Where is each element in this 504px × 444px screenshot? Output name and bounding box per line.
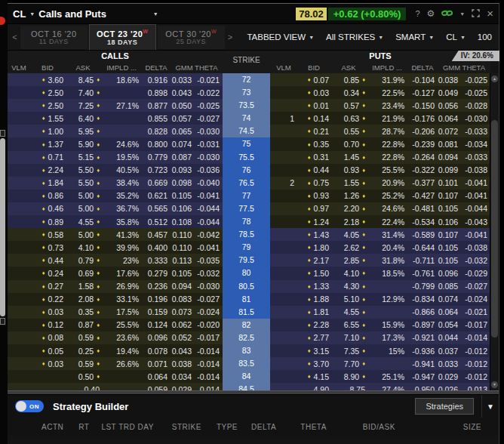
col-header-put-ask[interactable]: ASK bbox=[330, 63, 367, 72]
put-ask-cell[interactable]: 2.85♦ bbox=[330, 256, 367, 265]
put-ask-cell[interactable]: 0.57♦ bbox=[330, 101, 367, 110]
put-ask-cell[interactable]: 1.26♦ bbox=[330, 191, 367, 200]
call-ask-cell[interactable]: 0.59♦ bbox=[65, 359, 101, 368]
put-ask-cell[interactable]: 8.90♦ bbox=[330, 372, 367, 381]
put-bid-cell[interactable]: ♦0.93 bbox=[297, 191, 330, 200]
call-bid-cell[interactable]: ♦0.46 bbox=[30, 204, 65, 213]
col-header-call-gmm-theta[interactable]: GMM THETA bbox=[171, 63, 223, 72]
red-status-dot[interactable] bbox=[0, 17, 5, 25]
call-ask-cell[interactable]: 5.50♦ bbox=[65, 178, 101, 187]
put-ask-cell[interactable]: 0.70♦ bbox=[330, 140, 367, 149]
put-bid-cell[interactable]: ♦1.81 bbox=[297, 307, 330, 316]
put-bid-cell[interactable]: ♦0.03 bbox=[297, 88, 330, 97]
put-bid-cell[interactable]: ♦0.31 bbox=[297, 153, 330, 162]
call-bid-cell[interactable]: ♦0.22 bbox=[30, 294, 65, 304]
put-bid-cell[interactable]: ♦3.70 bbox=[297, 359, 330, 368]
call-bid-cell[interactable]: ♦0.73 bbox=[30, 243, 65, 252]
put-bid-cell[interactable]: ♦0.01 bbox=[297, 101, 330, 110]
col-header-call-delta[interactable]: DELTA bbox=[142, 63, 171, 72]
call-ask-cell[interactable]: 0.69♦ bbox=[65, 269, 101, 278]
put-ask-cell[interactable]: 8.75 bbox=[330, 385, 367, 390]
strikes-filter-dropdown[interactable]: All STRIKES▼ bbox=[326, 32, 383, 42]
put-ask-cell[interactable]: 0.63♦ bbox=[330, 114, 367, 123]
put-ask-cell[interactable]: 4.30♦ bbox=[330, 282, 367, 291]
help-icon[interactable]: ? bbox=[415, 9, 419, 18]
put-ask-cell[interactable]: 4.05♦ bbox=[330, 230, 367, 239]
background-scrollbar-handle-bottom[interactable] bbox=[0, 318, 5, 325]
call-bid-cell[interactable]: ♦0.08 bbox=[30, 333, 65, 342]
call-bid-cell[interactable]: ♦2.24 bbox=[30, 165, 65, 174]
call-ask-cell[interactable]: 1.58♦ bbox=[65, 282, 101, 291]
call-ask-cell[interactable]: 8.45♦ bbox=[65, 76, 101, 85]
call-ask-cell[interactable]: 7.40♦ bbox=[65, 88, 101, 97]
call-ask-cell[interactable]: 2.08♦ bbox=[65, 294, 101, 304]
chevron-down-icon[interactable]: ▼ bbox=[29, 11, 35, 17]
put-bid-cell[interactable]: ♦0.44 bbox=[297, 165, 330, 174]
call-bid-cell[interactable]: ♦0.71 bbox=[30, 153, 65, 162]
put-bid-cell[interactable]: ♦1.80 bbox=[297, 243, 330, 252]
scroll-down-button[interactable]: ▼ bbox=[491, 381, 498, 388]
tab-scroll-left[interactable]: < bbox=[10, 32, 20, 42]
put-ask-cell[interactable]: 5.10♦ bbox=[330, 294, 367, 304]
col-header-call-ask[interactable]: ASK bbox=[65, 63, 101, 72]
call-bid-cell[interactable]: ♦0.03 bbox=[30, 307, 65, 316]
put-ask-cell[interactable]: 4.10♦ bbox=[330, 269, 367, 278]
symbol-dropdown[interactable]: CL bbox=[13, 8, 26, 20]
put-bid-cell[interactable]: ♦1.88 bbox=[297, 294, 330, 304]
tab-expiry-oct30[interactable]: OCT 30 '20W 25 DAYS bbox=[158, 26, 225, 49]
scroll-up-button[interactable]: ▲ bbox=[491, 76, 498, 82]
call-ask-cell[interactable]: 7.25♦ bbox=[65, 101, 101, 110]
col-header-call-impld[interactable]: IMPLD ... bbox=[101, 63, 142, 72]
gear-icon[interactable]: ⚙ bbox=[427, 8, 435, 19]
call-ask-cell[interactable]: 0.50♦ bbox=[65, 372, 101, 381]
call-bid-cell[interactable]: ♦0.58 bbox=[30, 230, 65, 239]
call-ask-cell[interactable]: 0.40 bbox=[65, 385, 101, 390]
put-ask-cell[interactable]: 7.10♦ bbox=[330, 333, 367, 342]
put-ask-cell[interactable]: 2.62♦ bbox=[330, 243, 367, 252]
call-bid-cell[interactable]: ♦0.44 bbox=[30, 256, 65, 265]
close-icon[interactable]: × bbox=[487, 10, 493, 17]
view-mode-dropdown[interactable]: Calls and Puts bbox=[38, 8, 106, 20]
put-bid-cell[interactable]: ♦1.33 bbox=[297, 282, 330, 291]
put-ask-cell[interactable]: 0.34♦ bbox=[330, 88, 367, 97]
put-ask-cell[interactable]: 2.20♦ bbox=[330, 204, 367, 213]
call-ask-cell[interactable]: 0.79♦ bbox=[65, 256, 101, 265]
col-header-call-bid[interactable]: BID bbox=[30, 63, 65, 72]
put-ask-cell[interactable]: 0.85♦ bbox=[330, 76, 367, 85]
call-bid-cell[interactable]: ♦0.24 bbox=[30, 269, 65, 278]
chevron-down-icon[interactable]: ▼ bbox=[459, 11, 465, 17]
put-bid-cell[interactable]: 4.90 bbox=[297, 385, 330, 390]
call-bid-cell[interactable]: ♦0.89 bbox=[30, 217, 65, 227]
exchange-dropdown[interactable]: SMART▼ bbox=[395, 32, 434, 42]
call-bid-cell[interactable]: ♦2.50 bbox=[30, 88, 65, 97]
put-ask-cell[interactable]: 6.55♦ bbox=[330, 320, 367, 329]
background-scrollbar-handle-top[interactable] bbox=[0, 130, 5, 137]
link-icon[interactable] bbox=[441, 9, 453, 19]
put-ask-cell[interactable]: 1.45♦ bbox=[330, 153, 367, 162]
put-ask-cell[interactable]: 7.35♦ bbox=[330, 347, 367, 356]
put-bid-cell[interactable]: ♦0.35 bbox=[297, 140, 330, 149]
scrollbar-thumb[interactable] bbox=[491, 120, 498, 338]
call-bid-cell[interactable]: ♦1.37 bbox=[30, 140, 65, 149]
put-bid-cell[interactable]: ♦0.07 bbox=[297, 76, 330, 85]
call-ask-cell[interactable]: 5.00♦ bbox=[65, 204, 101, 213]
tabbed-view-dropdown[interactable]: TABBED VIEW▼ bbox=[247, 32, 314, 42]
put-bid-cell[interactable]: ♦2.17 bbox=[297, 256, 330, 265]
put-bid-cell[interactable]: ♦1.50 bbox=[297, 269, 330, 278]
call-bid-cell[interactable]: ♦1.00 bbox=[30, 127, 65, 136]
call-ask-cell[interactable]: 6.40♦ bbox=[65, 114, 101, 123]
call-bid-cell[interactable]: ♦0.86 bbox=[30, 191, 65, 200]
col-header-put-delta[interactable]: DELTA bbox=[407, 63, 438, 72]
call-ask-cell[interactable]: 5.90♦ bbox=[65, 140, 101, 149]
put-bid-cell[interactable]: ♦0.97 bbox=[297, 204, 330, 213]
call-ask-cell[interactable]: 5.00♦ bbox=[65, 191, 101, 200]
put-bid-cell[interactable]: ♦3.15 bbox=[297, 347, 330, 356]
put-bid-cell[interactable]: ♦0.21 bbox=[297, 127, 330, 136]
col-header-put-impld[interactable]: IMPLD ... bbox=[367, 63, 407, 72]
col-header-call-vlm[interactable]: VLM bbox=[8, 63, 30, 72]
put-bid-cell[interactable]: ♦4.15 bbox=[297, 372, 330, 381]
chain-scrollbar[interactable]: ▲ ▼ bbox=[490, 73, 499, 390]
call-ask-cell[interactable]: 0.35♦ bbox=[65, 307, 101, 316]
call-bid-cell[interactable]: ♦2.50 bbox=[30, 101, 65, 110]
put-ask-cell[interactable]: 0.55♦ bbox=[330, 127, 367, 136]
